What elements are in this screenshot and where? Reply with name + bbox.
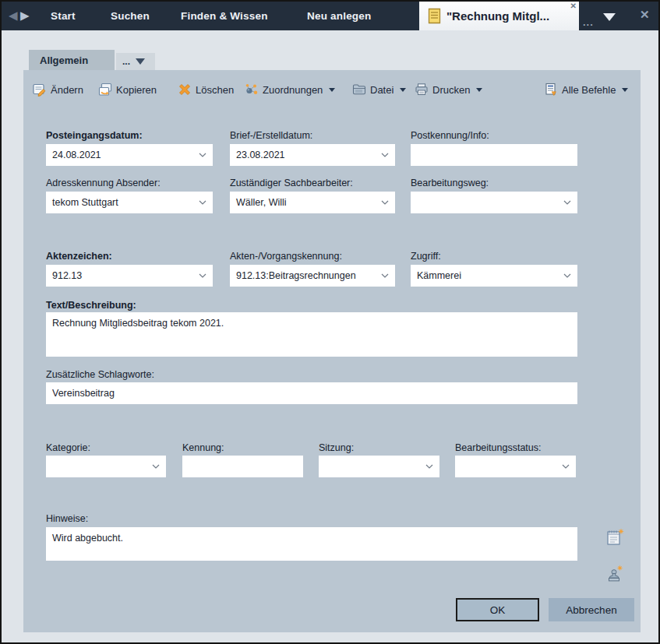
ok-button[interactable]: OK (456, 598, 539, 621)
nav-forward-icon[interactable]: ▶ (20, 8, 30, 23)
brief-erstelldatum-combobox[interactable]: 23.08.2021 (230, 144, 395, 166)
dropdown-arrow-icon (622, 88, 628, 92)
tab-neu-anlegen[interactable]: Neu anlegen (307, 2, 371, 30)
print-icon (415, 83, 429, 97)
vorgangskennung-label: Akten-/Vorgangskennung: (230, 251, 342, 262)
postkennung-input[interactable] (411, 144, 577, 166)
combo-chevron-icon (381, 153, 389, 157)
posteingangsdatum-value: 24.08.2021 (52, 144, 101, 166)
delete-icon (178, 83, 192, 97)
postkennung-label: Postkennung/Info: (411, 130, 489, 141)
combo-chevron-icon (381, 200, 389, 205)
toolbar-zuordnungen-label: Zuordnungen (263, 84, 323, 96)
yellow-document-icon (428, 8, 441, 24)
kategorie-combobox[interactable] (46, 456, 166, 477)
sachbearbeiter-label: Zuständiger Sachbearbeiter: (230, 178, 353, 188)
sachbearbeiter-combobox[interactable]: Wäller, Willi (230, 192, 395, 213)
tab-suchen[interactable]: Suchen (111, 2, 150, 30)
schlagworte-label: Zusätzliche Schlagworte: (46, 369, 154, 380)
sitzung-combobox[interactable] (319, 456, 439, 477)
brief-erstelldatum-value: 23.08.2021 (236, 144, 285, 166)
aktenzeichen-label: Aktenzeichen: (46, 251, 112, 262)
all-commands-icon (544, 83, 558, 97)
bearbeitungsstatus-label: Bearbeitungsstatus: (455, 442, 542, 453)
tab-start[interactable]: Start (51, 2, 76, 30)
toolbar-loeschen-button[interactable]: Löschen (178, 83, 234, 97)
zugriff-value: Kämmerei (417, 265, 461, 287)
aktenzeichen-combobox[interactable]: 912.13 (46, 265, 213, 287)
subtab-more[interactable]: ... (116, 53, 155, 70)
schlagworte-input[interactable] (46, 382, 577, 404)
toolbar-kopieren-button[interactable]: Kopieren (98, 83, 157, 97)
nav-back-icon[interactable]: ◀ (9, 8, 18, 23)
combo-chevron-icon (199, 200, 206, 205)
kennung-input[interactable] (182, 456, 303, 477)
zugriff-label: Zugriff: (411, 251, 441, 262)
zugriff-combobox[interactable]: Kämmerei (411, 265, 577, 287)
tab-overflow-dots[interactable]: ... (583, 16, 594, 28)
adresskennung-combobox[interactable]: tekom Stuttgart (46, 192, 213, 213)
toolbar-alle-befehle-label: Alle Befehle (562, 84, 616, 96)
text-beschreibung-textarea[interactable]: Rechnung Mitgliedsbeitrag tekom 2021. (46, 312, 577, 357)
new-note-button[interactable] (604, 526, 626, 551)
form-panel: Ändern Kopieren Löschen (23, 70, 641, 632)
assignments-icon (245, 83, 259, 97)
vorgangskennung-combobox[interactable]: 912.13:Beitragsrechnungen (230, 265, 395, 287)
new-stamp-button[interactable] (604, 562, 626, 587)
tab-allgemein[interactable]: Allgemein (29, 50, 115, 70)
text-beschreibung-label: Text/Beschreibung: (46, 300, 136, 311)
sachbearbeiter-value: Wäller, Willi (236, 192, 287, 213)
close-icon[interactable]: ✕ (640, 8, 650, 22)
hinweise-textarea[interactable]: Wird abgebucht. (46, 527, 577, 561)
top-tab-bar: ◀ ▶ Start Suchen Finden & Wissen Neu anl… (2, 2, 658, 30)
combo-chevron-icon (381, 273, 389, 278)
toolbar-loeschen-label: Löschen (196, 84, 234, 96)
tab-finden-wissen[interactable]: Finden & Wissen (181, 2, 268, 30)
dropdown-arrow-icon (400, 88, 406, 92)
combo-chevron-icon (152, 464, 160, 469)
toolbar-aendern-button[interactable]: Ändern (33, 83, 83, 97)
abbrechen-button[interactable]: Abbrechen (549, 598, 634, 621)
tab-document-active[interactable]: "Rechnung Mitgl... ✕ (419, 2, 579, 30)
combo-chevron-icon (563, 273, 571, 278)
toolbar-drucken-button[interactable]: Drucken (415, 83, 482, 97)
toolbar-zuordnungen-button[interactable]: Zuordnungen (245, 83, 335, 97)
toolbar-datei-label: Datei (370, 84, 394, 96)
combo-chevron-icon (562, 464, 570, 469)
bearbeitungsweg-label: Bearbeitungsweg: (411, 178, 489, 188)
aktenzeichen-value: 912.13 (52, 265, 82, 287)
subtab-more-dots: ... (122, 58, 130, 65)
file-icon (352, 83, 366, 97)
sitzung-label: Sitzung: (319, 442, 354, 453)
combo-chevron-icon (425, 464, 433, 469)
dropdown-arrow-icon (476, 88, 482, 92)
copy-icon (98, 83, 112, 97)
posteingangsdatum-combobox[interactable]: 24.08.2021 (46, 144, 213, 166)
tab-close-icon[interactable]: ✕ (570, 2, 577, 10)
toolbar-alle-befehle-button[interactable]: Alle Befehle (544, 83, 628, 97)
edit-icon (33, 83, 47, 97)
vorgangskennung-value: 912.13:Beitragsrechnungen (236, 265, 356, 287)
hinweise-label: Hinweise: (46, 513, 88, 524)
kategorie-label: Kategorie: (46, 442, 90, 453)
active-tab-title: "Rechnung Mitgl... (446, 9, 549, 23)
kennung-label: Kennung: (182, 442, 224, 453)
bearbeitungsstatus-combobox[interactable] (455, 456, 576, 477)
app-window: ◀ ▶ Start Suchen Finden & Wissen Neu anl… (0, 0, 660, 644)
combo-chevron-icon (563, 200, 571, 205)
toolbar-kopieren-label: Kopieren (116, 84, 157, 96)
combo-chevron-icon (199, 153, 206, 157)
toolbar-aendern-label: Ändern (51, 84, 83, 96)
subtab-dropdown-icon (136, 58, 145, 65)
posteingangsdatum-label: Posteingangsdatum: (46, 130, 143, 141)
stamp-new-icon (604, 562, 626, 584)
toolbar-datei-button[interactable]: Datei (352, 83, 406, 97)
note-new-icon (604, 526, 626, 548)
bearbeitungsweg-combobox[interactable] (411, 192, 577, 213)
toolbar-drucken-label: Drucken (432, 84, 470, 96)
combo-chevron-icon (199, 273, 206, 278)
dropdown-arrow-icon (329, 88, 335, 92)
brief-erstelldatum-label: Brief-/Erstelldatum: (230, 130, 312, 141)
adresskennung-value: tekom Stuttgart (52, 192, 118, 213)
tab-list-dropdown-icon[interactable] (603, 13, 616, 21)
